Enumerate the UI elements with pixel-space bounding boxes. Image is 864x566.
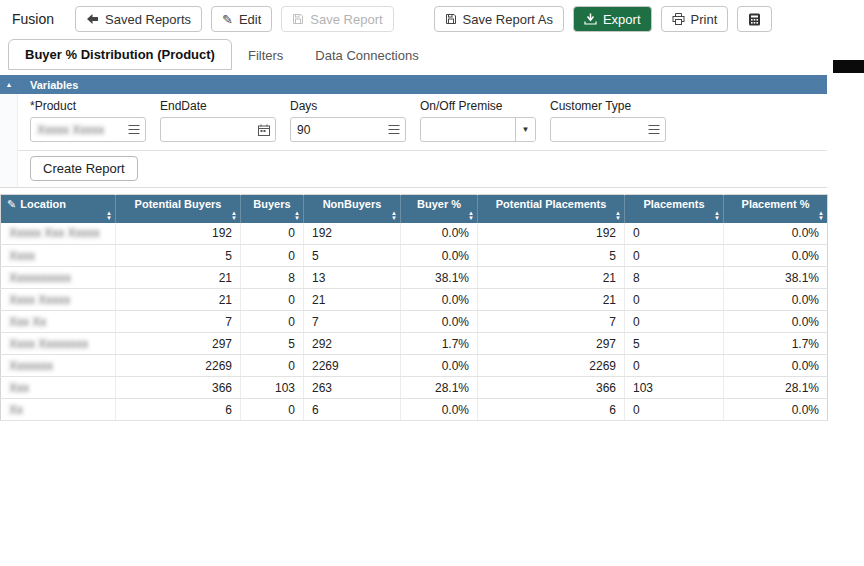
value-cell: 21 [116, 289, 241, 311]
column-label: Placement % [724, 195, 827, 210]
app-title: Fusion [12, 11, 54, 27]
value-cell: 0 [625, 355, 724, 377]
saved-reports-button[interactable]: Saved Reports [75, 6, 202, 32]
value-cell: 103 [241, 377, 304, 399]
table-row[interactable]: Xxxx Xxxxx210210.0%2100.0% [1, 289, 828, 311]
table-row[interactable]: Xxxxxxx2269022690.0%226900.0% [1, 355, 828, 377]
column-label: Location [20, 198, 66, 210]
value-cell: 2269 [304, 355, 401, 377]
value-cell: 21 [116, 267, 241, 289]
table-row[interactable]: Xxx36610326328.1%36610328.1% [1, 377, 828, 399]
sort-icon[interactable]: ▲▼ [231, 211, 237, 221]
toolbar: Fusion Saved Reports ✎ Edit Save Report … [0, 0, 864, 38]
column-header-placement-pct[interactable]: Placement % ▲▼ [724, 195, 828, 223]
value-cell: 192 [116, 223, 241, 245]
column-header-potential-placements[interactable]: Potential Placements ▲▼ [478, 195, 625, 223]
button-label: Save Report As [463, 12, 553, 27]
column-header-buyers[interactable]: Buyers ▲▼ [241, 195, 304, 223]
table-row[interactable]: Xxxxxxxxxx2181338.1%21838.1% [1, 267, 828, 289]
on-off-premise-select[interactable]: ▼ [420, 117, 536, 142]
sort-icon[interactable]: ▲▼ [391, 211, 397, 221]
save-report-button[interactable]: Save Report [281, 6, 393, 32]
value-cell: 0.0% [724, 355, 828, 377]
sort-icon[interactable]: ▲▼ [714, 211, 720, 221]
table-row[interactable]: Xxxx5050.0%500.0% [1, 245, 828, 267]
collapse-arrow-icon[interactable]: ▲ [0, 81, 18, 88]
sort-icon[interactable]: ▲▼ [294, 211, 300, 221]
list-icon[interactable] [123, 124, 145, 135]
tab-data-connections[interactable]: Data Connections [299, 41, 434, 70]
printer-icon [672, 13, 685, 25]
field-label: On/Off Premise [420, 99, 536, 113]
table-row[interactable]: Xx6060.0%600.0% [1, 399, 828, 421]
value-cell: 0 [241, 289, 304, 311]
column-header-placements[interactable]: Placements ▲▼ [625, 195, 724, 223]
table-row[interactable]: Xxxx Xxxxxxxx29752921.7%29751.7% [1, 333, 828, 355]
list-icon[interactable] [383, 124, 405, 135]
days-input[interactable]: 90 [290, 117, 406, 142]
value-cell: 0.0% [401, 399, 478, 421]
value-cell: 0.0% [401, 355, 478, 377]
tab-filters[interactable]: Filters [232, 41, 299, 70]
create-report-button[interactable]: Create Report [30, 156, 138, 181]
column-label: Buyers [241, 195, 303, 210]
customer-type-input[interactable] [550, 117, 666, 142]
edit-button[interactable]: ✎ Edit [211, 6, 272, 32]
value-cell: 28.1% [401, 377, 478, 399]
sort-icon[interactable]: ▲▼ [468, 211, 474, 221]
calculator-icon [748, 13, 761, 26]
calendar-icon[interactable] [253, 124, 275, 136]
value-cell: 0.0% [401, 223, 478, 245]
back-arrow-icon [86, 13, 99, 25]
value-cell: 0.0% [401, 245, 478, 267]
column-header-nonbuyers[interactable]: NonBuyers ▲▼ [304, 195, 401, 223]
column-label: Potential Placements [478, 195, 624, 210]
column-header-buyer-pct[interactable]: Buyer % ▲▼ [401, 195, 478, 223]
location-cell: Xxx [1, 377, 116, 399]
value-cell: 0 [625, 245, 724, 267]
value-cell: 0.0% [724, 289, 828, 311]
value-cell: 366 [478, 377, 625, 399]
field-customer-type: Customer Type [550, 99, 666, 142]
print-button[interactable]: Print [661, 6, 729, 32]
location-cell: Xxxx [1, 245, 116, 267]
value-cell: 7 [478, 311, 625, 333]
value-cell: 5 [304, 245, 401, 267]
enddate-input[interactable] [160, 117, 276, 142]
value-cell: 8 [625, 267, 724, 289]
column-header-potential-buyers[interactable]: Potential Buyers ▲▼ [116, 195, 241, 223]
table-row[interactable]: Xxxxx Xxx Xxxxx19201920.0%19200.0% [1, 223, 828, 245]
value-cell: 21 [478, 267, 625, 289]
export-button[interactable]: Export [573, 6, 652, 32]
product-input[interactable]: Xxxxx Xxxxx [30, 117, 146, 142]
calculator-tool-button[interactable] [737, 6, 772, 32]
column-label: Placements [625, 195, 723, 210]
field-days: Days 90 [290, 99, 406, 142]
list-icon[interactable] [643, 124, 665, 135]
value-cell: 7 [304, 311, 401, 333]
column-label: Potential Buyers [116, 195, 240, 210]
value-cell: 21 [304, 289, 401, 311]
field-label: Customer Type [550, 99, 666, 113]
save-report-as-button[interactable]: Save Report As [434, 6, 564, 32]
location-cell: Xx [1, 399, 116, 421]
value-cell: 8 [241, 267, 304, 289]
value-cell: 38.1% [401, 267, 478, 289]
table-row[interactable]: Xxx Xx7070.0%700.0% [1, 311, 828, 333]
location-cell: Xxxx Xxxxx [1, 289, 116, 311]
pencil-icon: ✎ [222, 13, 233, 26]
field-label: EndDate [160, 99, 276, 113]
sort-icon[interactable]: ▲▼ [106, 211, 112, 221]
value-cell: 5 [241, 333, 304, 355]
chevron-down-icon[interactable]: ▼ [515, 118, 535, 141]
value-cell: 0.0% [401, 311, 478, 333]
save-icon [292, 13, 304, 25]
value-cell: 6 [304, 399, 401, 421]
value-cell: 0.0% [724, 245, 828, 267]
tab-buyer-distribution[interactable]: Buyer % Distribution (Product) [8, 39, 232, 70]
sort-icon[interactable]: ▲▼ [818, 211, 824, 221]
create-report-row: Create Report [18, 150, 827, 187]
column-header-location[interactable]: ✎Location ▲▼ [1, 195, 116, 223]
table-body: Xxxxx Xxx Xxxxx19201920.0%19200.0%Xxxx50… [1, 223, 828, 421]
sort-icon[interactable]: ▲▼ [615, 211, 621, 221]
